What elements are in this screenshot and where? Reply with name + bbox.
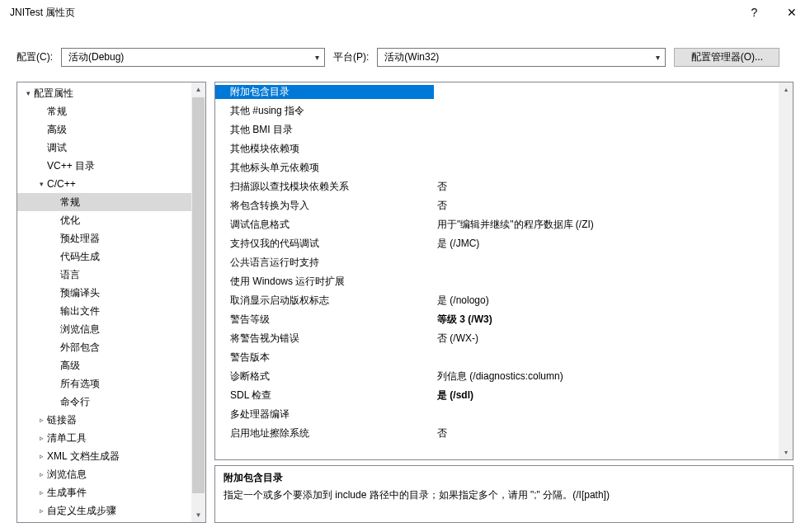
scrollbar-thumb[interactable]: [192, 97, 205, 493]
tree-item[interactable]: 调试: [17, 139, 191, 157]
tree-item-label: 常规: [60, 195, 80, 210]
tree-item-label: 调试: [47, 141, 67, 155]
scroll-down-icon[interactable]: ▾: [779, 445, 793, 459]
tree-item[interactable]: 外部包含: [17, 338, 191, 356]
grid-row[interactable]: 启用地址擦除系统否: [215, 424, 779, 443]
expander-open-icon[interactable]: ▾: [35, 180, 47, 188]
expander-closed-icon[interactable]: ▹: [35, 452, 47, 460]
grid-row[interactable]: 诊断格式列信息 (/diagnostics:column): [215, 367, 779, 386]
grid-cell-value: 列信息 (/diagnostics:column): [434, 370, 779, 384]
platform-select[interactable]: 活动(Win32) ▾: [377, 48, 666, 67]
tree-item[interactable]: 预处理器: [17, 229, 191, 247]
tree-item[interactable]: 浏览信息: [17, 320, 191, 338]
tree-item-label: 优化: [60, 214, 80, 228]
tree-item[interactable]: VC++ 目录: [17, 157, 191, 175]
grid-row[interactable]: 附加包含目录: [215, 82, 779, 101]
tree-item[interactable]: ▾配置属性: [17, 84, 191, 102]
tree-item[interactable]: ▹XML 文档生成器: [17, 447, 191, 465]
tree-item[interactable]: 命令行: [17, 393, 191, 411]
scroll-up-icon[interactable]: ▲: [191, 82, 205, 97]
tree-item-label: 浏览信息: [60, 322, 100, 337]
tree-item[interactable]: 优化: [17, 211, 191, 229]
platform-value: 活动(Win32): [384, 50, 439, 64]
tree-item[interactable]: 所有选项: [17, 374, 191, 393]
grid-row[interactable]: 将包含转换为导入否: [215, 196, 779, 215]
tree-item-label: 所有选项: [60, 377, 100, 391]
platform-label: 平台(P):: [333, 50, 369, 64]
grid-row[interactable]: 扫描源以查找模块依赖关系否: [215, 177, 779, 196]
grid-row[interactable]: 使用 Windows 运行时扩展: [215, 272, 779, 291]
help-button[interactable]: ?: [736, 0, 773, 25]
tree-item[interactable]: 输出文件: [17, 302, 191, 320]
tree-item[interactable]: 高级: [17, 120, 191, 139]
tree-item-label: 输出文件: [60, 304, 100, 318]
tree-item[interactable]: 常规: [17, 193, 191, 211]
grid-row[interactable]: 多处理器编译: [215, 405, 779, 424]
tree-item[interactable]: ▹自定义生成步骤: [17, 501, 191, 520]
tree-item-label: 清单工具: [47, 431, 87, 445]
main-split: ▾配置属性常规高级调试VC++ 目录▾C/C++常规优化预处理器代码生成语言预编…: [0, 82, 810, 523]
grid-cell-name: 其他标头单元依赖项: [215, 161, 434, 175]
grid-cell-name: 警告等级: [215, 313, 434, 327]
grid-row[interactable]: 警告等级等级 3 (/W3): [215, 310, 779, 329]
grid-row[interactable]: 其他 BMI 目录: [215, 120, 779, 139]
tree-item[interactable]: ▹浏览信息: [17, 465, 191, 483]
grid-cell-name: 公共语言运行时支持: [215, 256, 434, 270]
grid-cell-name: 其他模块依赖项: [215, 142, 434, 156]
tree-item-label: 高级: [60, 359, 80, 373]
description-title: 附加包含目录: [224, 471, 784, 485]
tree-item[interactable]: ▹生成事件: [17, 483, 191, 501]
tree-item-label: 语言: [60, 268, 80, 282]
property-grid[interactable]: 附加包含目录其他 #using 指令其他 BMI 目录其他模块依赖项其他标头单元…: [215, 82, 779, 459]
grid-scrollbar[interactable]: ▴ ▾: [779, 82, 793, 459]
expander-closed-icon[interactable]: ▹: [35, 506, 47, 515]
config-select[interactable]: 活动(Debug) ▾: [61, 48, 325, 67]
scroll-up-icon[interactable]: ▴: [779, 82, 793, 97]
grid-row[interactable]: 取消显示启动版权标志是 (/nologo): [215, 291, 779, 310]
grid-row[interactable]: 其他标头单元依赖项: [215, 158, 779, 177]
tree-item[interactable]: ▹链接器: [17, 411, 191, 429]
grid-row[interactable]: 调试信息格式用于"编辑并继续"的程序数据库 (/ZI): [215, 215, 779, 234]
tree-item[interactable]: 语言: [17, 266, 191, 284]
grid-row[interactable]: SDL 检查是 (/sdl): [215, 386, 779, 405]
grid-cell-name: SDL 检查: [215, 388, 434, 403]
config-manager-button[interactable]: 配置管理器(O)...: [674, 48, 779, 67]
grid-row[interactable]: 支持仅我的代码调试是 (/JMC): [215, 234, 779, 253]
grid-cell-name: 调试信息格式: [215, 218, 434, 232]
grid-row[interactable]: 公共语言运行时支持: [215, 253, 779, 272]
property-grid-panel: 附加包含目录其他 #using 指令其他 BMI 目录其他模块依赖项其他标头单元…: [214, 82, 794, 460]
close-button[interactable]: ✕: [773, 0, 810, 25]
grid-cell-value: 用于"编辑并继续"的程序数据库 (/ZI): [434, 218, 779, 232]
tree-item[interactable]: 预编译头: [17, 284, 191, 302]
expander-closed-icon[interactable]: ▹: [35, 488, 47, 497]
description-text: 指定一个或多个要添加到 include 路径中的目录；如果指定多个，请用 ";"…: [224, 488, 784, 502]
tree-scrollbar[interactable]: ▲ ▼: [191, 82, 205, 522]
grid-cell-name: 启用地址擦除系统: [215, 426, 434, 440]
expander-closed-icon[interactable]: ▹: [35, 416, 47, 424]
tree-panel: ▾配置属性常规高级调试VC++ 目录▾C/C++常规优化预处理器代码生成语言预编…: [16, 82, 206, 523]
expander-closed-icon[interactable]: ▹: [35, 434, 47, 442]
tree-item[interactable]: 常规: [17, 102, 191, 120]
tree-item[interactable]: ▹清单工具: [17, 429, 191, 447]
tree-item-label: C/C++: [47, 178, 76, 190]
grid-cell-name: 附加包含目录: [215, 85, 434, 99]
window-title: JNITest 属性页: [10, 6, 736, 20]
grid-cell-value: 否: [434, 426, 779, 440]
tree[interactable]: ▾配置属性常规高级调试VC++ 目录▾C/C++常规优化预处理器代码生成语言预编…: [17, 82, 191, 522]
chevron-down-icon: ▾: [315, 53, 319, 62]
grid-row[interactable]: 将警告视为错误否 (/WX-): [215, 329, 779, 348]
tree-item-label: XML 文档生成器: [47, 450, 120, 464]
grid-cell-name: 多处理器编译: [215, 407, 434, 421]
tree-item-label: 命令行: [60, 395, 90, 409]
grid-row[interactable]: 其他 #using 指令: [215, 101, 779, 120]
grid-cell-name: 其他 BMI 目录: [215, 123, 434, 137]
expander-open-icon[interactable]: ▾: [22, 89, 34, 97]
grid-row[interactable]: 警告版本: [215, 348, 779, 367]
scroll-down-icon[interactable]: ▼: [191, 508, 205, 522]
grid-row[interactable]: 其他模块依赖项: [215, 139, 779, 158]
expander-closed-icon[interactable]: ▹: [35, 470, 47, 478]
tree-item[interactable]: ▾C/C++: [17, 175, 191, 193]
tree-item-label: 浏览信息: [47, 468, 87, 482]
tree-item[interactable]: 高级: [17, 356, 191, 374]
tree-item[interactable]: 代码生成: [17, 247, 191, 266]
